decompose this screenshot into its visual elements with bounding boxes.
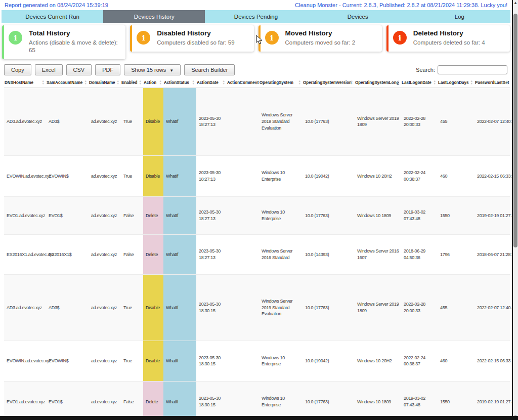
table-row: EVO1.ad.evotec.xyzEVO1$ad.evotec.xyzFals…: [4, 196, 510, 234]
column-header-action[interactable]: Action▲▼: [143, 78, 163, 88]
column-header-operatingsystemlong[interactable]: OperatingSystemLong▲▼: [355, 78, 401, 88]
cell-operatingsystemversion: 10.0 (19042): [303, 341, 355, 381]
cell-actionstatus: WhatIf: [163, 381, 196, 416]
scroll-up-icon[interactable]: ▲: [513, 1, 518, 6]
cell-lastlogondate: 2018-06-29 04:50:36: [401, 234, 438, 274]
copy-button[interactable]: Copy: [4, 64, 31, 75]
page-length-select[interactable]: Show 15 rows▼: [124, 64, 181, 75]
cell-domainname: ad.evotec.xyz: [89, 381, 121, 416]
cell-enabled: True: [121, 274, 143, 341]
info-card: iDisabled HistoryComputers disabled so f…: [130, 25, 253, 52]
cell-lastlogondays: 1796: [438, 234, 474, 274]
column-label: OperatingSystem: [260, 79, 293, 85]
cell-enabled: True: [121, 155, 143, 196]
window-bottom-edge: [0, 416, 518, 420]
column-header-operatingsystem[interactable]: OperatingSystem▲▼: [259, 78, 303, 88]
info-card: iDeleted HistoryComputers deleted so far…: [386, 25, 510, 52]
top-info-bar: Report generated on 08/24/2024 15:39:19 …: [0, 0, 512, 10]
cell-enabled: True: [121, 341, 143, 381]
cell-operatingsystemlong: Windows 10 20H2: [355, 341, 401, 381]
column-header-lastlogondays[interactable]: LastLogonDays▲▼: [438, 78, 474, 88]
column-header-domainname[interactable]: DomainName▲▼: [89, 78, 121, 88]
excel-button[interactable]: Excel: [35, 64, 63, 75]
table-toolbar: CopyExcelCSVPDF Show 15 rows▼ Search Bui…: [0, 62, 512, 77]
card-message: Computers disabled so far: 59: [157, 39, 234, 47]
cell-actioncomment: [227, 381, 259, 416]
pdf-button[interactable]: PDF: [95, 64, 120, 75]
scrollbar-thumb[interactable]: [513, 14, 517, 247]
cell-actionstatus: WhatIf: [163, 155, 196, 196]
cell-operatingsystem: Windows Server 2019 Standard Evaluation: [259, 88, 303, 155]
cell-action: Delete: [143, 196, 163, 234]
column-header-enabled[interactable]: Enabled▲▼: [121, 78, 143, 88]
cell-actiondate: 2023-05-30 18:30:15: [196, 341, 227, 381]
cell-samaccountname: EVO1$: [46, 381, 89, 416]
cell-operatingsystemversion: 10.0 (17763): [303, 381, 355, 416]
vertical-scrollbar[interactable]: ▲ ▼: [512, 0, 518, 420]
column-header-actionstatus[interactable]: ActionStatus▲▼: [163, 78, 196, 88]
column-label: LastLogonDays: [438, 79, 469, 85]
cell-dnshostname: EVO1.ad.evotec.xyz: [4, 196, 46, 234]
sort-icon: ▲▼: [397, 80, 400, 85]
cell-action: Delete: [143, 381, 163, 416]
info-icon: i: [9, 31, 22, 45]
cell-actioncomment: [227, 341, 259, 381]
sort-icon: ▲▼: [159, 80, 162, 85]
cell-domainname: ad.evotec.xyz: [89, 155, 121, 196]
cell-operatingsystem: Windows 10 Enterprise: [259, 196, 303, 234]
card-body: Disabled HistoryComputers disabled so fa…: [157, 29, 234, 47]
column-header-dnshostname[interactable]: DNSHostName▲▼: [4, 78, 46, 88]
info-card: iTotal HistoryActions (disable & move & …: [2, 25, 125, 59]
column-header-passwordlastset[interactable]: PasswordLastSet▲▼: [474, 78, 510, 88]
cell-actionstatus: WhatIf: [163, 196, 196, 234]
column-label: OperatingSystemLong: [355, 79, 399, 85]
column-label: SamAccountName: [47, 79, 82, 85]
tab-devices-history[interactable]: Devices History: [103, 10, 205, 23]
table-row: EVO1.ad.evotec.xyzEVO1$ad.evotec.xyzFals…: [4, 381, 510, 416]
cell-operatingsystemlong: Windows 10 1809: [355, 196, 401, 234]
tab-log[interactable]: Log: [409, 10, 510, 23]
cell-operatingsystemversion: 10.0 (19042): [303, 155, 355, 196]
card-message: Actions (disable & move & delete): 65: [29, 39, 120, 54]
tab-devices-pending[interactable]: Devices Pending: [205, 10, 307, 23]
table-row: EVOWIN.ad.evotec.xyzEVOWIN$ad.evotec.xyz…: [4, 341, 510, 381]
table-row: EX2016X1.ad.evotec.xyzEX2016X1$ad.evotec…: [4, 234, 510, 274]
cell-actiondate: 2023-05-30 18:27:13: [196, 155, 227, 196]
cell-lastlogondate: 2022-02-24 00:38:37: [401, 341, 438, 381]
cell-actiondate: 2023-05-30 18:30:15: [196, 381, 227, 416]
cell-samaccountname: EX2016X1$: [46, 234, 89, 274]
sort-icon: ▲▼: [223, 80, 225, 85]
search-box: Search:: [416, 65, 507, 74]
column-header-actiondate[interactable]: ActionDate▲▼: [196, 78, 227, 88]
search-builder-button[interactable]: Search Builder: [184, 64, 235, 75]
cell-passwordlastset: 2019-02-19 01:27:49: [474, 196, 510, 234]
csv-button[interactable]: CSV: [66, 64, 92, 75]
cell-dnshostname: EVOWIN.ad.evotec.xyz: [4, 155, 46, 196]
cell-passwordlastset: 2018-06-07 21:28:39: [474, 234, 510, 274]
column-header-operatingsystemversion[interactable]: OperatingSystemVersion▲▼: [303, 78, 355, 88]
cell-operatingsystemlong: Windows Server 2016 1607: [355, 234, 401, 274]
card-body: Deleted HistoryComputers deleted so far:…: [413, 29, 485, 47]
cell-actioncomment: [227, 234, 259, 274]
tab-devices-current-run[interactable]: Devices Current Run: [2, 10, 103, 23]
column-header-actioncomment[interactable]: ActionComment▲▼: [227, 78, 259, 88]
cell-dnshostname: AD3.ad.evotec.xyz: [4, 274, 46, 341]
cell-operatingsystemlong: Windows 10 1809: [355, 381, 401, 416]
column-label: ActionStatus: [164, 79, 189, 85]
search-input[interactable]: [438, 65, 507, 74]
cell-samaccountname: EVOWIN$: [46, 341, 89, 381]
column-header-samaccountname[interactable]: SamAccountName▲▼: [46, 78, 89, 88]
cell-operatingsystem: Windows Server 2019 Standard Evaluation: [259, 274, 303, 341]
cell-samaccountname: EVOWIN$: [46, 155, 89, 196]
cell-operatingsystemlong: Windows Server 2019 1809: [355, 274, 401, 341]
table-row: EVOWIN.ad.evotec.xyzEVOWIN$ad.evotec.xyz…: [4, 155, 510, 196]
cell-lastlogondate: 2022-02-28 20:00:33: [401, 274, 438, 341]
cell-lastlogondate: 2022-02-24 00:38:37: [401, 155, 438, 196]
sort-icon: ▲▼: [506, 80, 508, 85]
tab-devices[interactable]: Devices: [307, 10, 409, 23]
cell-samaccountname: EVO1$: [46, 196, 89, 234]
column-header-lastlogondate[interactable]: LastLogonDate▲▼: [401, 78, 438, 88]
sort-icon: ▲▼: [255, 80, 257, 85]
card-title: Moved History: [285, 29, 356, 37]
column-label: PasswordLastSet: [475, 79, 509, 85]
